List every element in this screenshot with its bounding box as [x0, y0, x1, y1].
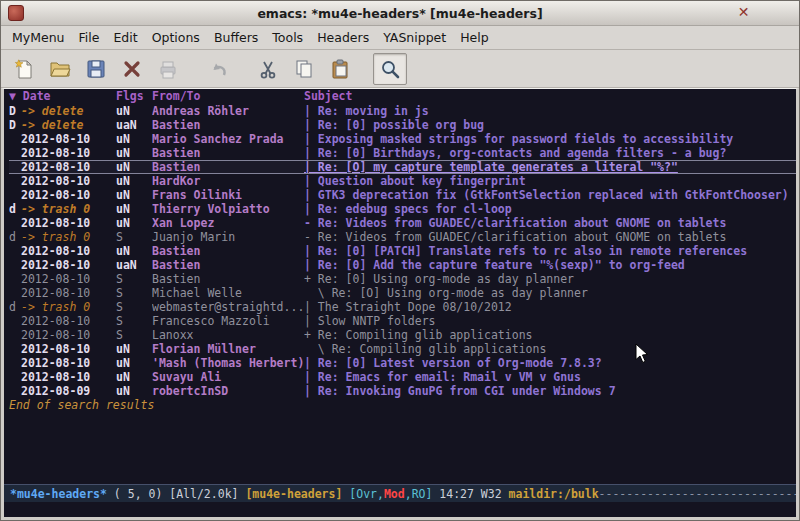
row-subject: \ Re: [O] Using org-mode as day planner: [304, 286, 796, 300]
menu-item-tools[interactable]: Tools: [265, 27, 310, 48]
header-row[interactable]: 2012-08-10uNFlorian Müllner \ Re: Compil…: [9, 342, 796, 356]
modeline-segment: [Ovr,: [349, 487, 384, 501]
close-button[interactable]: ✕: [735, 4, 752, 21]
header-row[interactable]: 2012-08-10uNFrans Oilinki| GTK3 deprecat…: [9, 188, 796, 202]
row-subject: | Re: moving in js: [304, 104, 796, 118]
paste-icon: [329, 58, 351, 80]
row-flags: uN: [116, 146, 152, 160]
row-from: HardKor: [152, 174, 304, 188]
print-button[interactable]: [151, 53, 185, 85]
row-flags: uN: [116, 202, 152, 216]
new-file-button[interactable]: [7, 53, 41, 85]
row-flags: uaN: [116, 258, 152, 272]
row-flags: uN: [116, 161, 152, 173]
row-from: Mario Sanchez Prada: [152, 132, 304, 146]
row-flags: uaN: [116, 118, 152, 132]
menu-item-headers[interactable]: Headers: [310, 27, 376, 48]
header-row[interactable]: 2012-08-10uNXan Lopez- Re: Videos from G…: [9, 216, 796, 230]
print-icon: [157, 58, 179, 80]
row-from: Juanjo Marin: [152, 230, 304, 244]
row-from: Bastien: [152, 118, 304, 132]
modeline-segment: ,RO]: [405, 487, 433, 501]
row-subject: | Re: [O] my capture template generates …: [304, 161, 796, 173]
open-folder-icon: [49, 58, 71, 80]
header-row[interactable]: D-> deleteuaNBastien| Re: [0] possible o…: [9, 118, 796, 132]
row-from: Bastien: [152, 258, 304, 272]
row-mark: [9, 161, 21, 173]
cut-icon: [257, 58, 279, 80]
row-flags: S: [116, 314, 152, 328]
cut-button[interactable]: [251, 53, 285, 85]
tool-bar: [1, 50, 799, 88]
row-date: 2012-08-10: [21, 188, 116, 202]
row-flags: uN: [116, 188, 152, 202]
row-subject: | Re: [0] Latest version of Org-mode 7.8…: [304, 356, 796, 370]
menu-bar: MyMenuFileEditOptionsBuffersToolsHeaders…: [1, 26, 799, 50]
header-row[interactable]: 2012-08-10uNBastien| Re: [O] my capture …: [9, 160, 796, 174]
row-flags: uN: [116, 356, 152, 370]
save-icon: [85, 58, 107, 80]
header-row[interactable]: 2012-08-10uN'Mash (Thomas Herbert)| Re: …: [9, 356, 796, 370]
header-row[interactable]: 2012-08-10uNHardKor| Question about key …: [9, 174, 796, 188]
title-bar[interactable]: emacs: *mu4e-headers* [mu4e-headers] ✕: [1, 1, 799, 26]
header-row[interactable]: 2012-08-10SLanoxx+ Re: Compiling glib ap…: [9, 328, 796, 342]
undo-button[interactable]: [201, 53, 235, 85]
copy-button[interactable]: [287, 53, 321, 85]
header-row[interactable]: 2012-08-10SFrancesco Mazzoli| Slow NNTP …: [9, 314, 796, 328]
row-date: -> delete: [21, 118, 116, 132]
row-from: Michael Welle: [152, 286, 304, 300]
row-mark: d: [9, 300, 21, 314]
mode-line: *mu4e-headers* ( 5, 0) [All/2.0k] [mu4e-…: [4, 484, 796, 502]
emacs-window: emacs: *mu4e-headers* [mu4e-headers] ✕ M…: [0, 0, 800, 521]
row-subject: | Re: [0] possible org bug: [304, 118, 796, 132]
row-from: webmaster@straightd...: [152, 300, 304, 314]
row-flags: uN: [116, 342, 152, 356]
header-row[interactable]: D-> deleteuNAndreas Röhler| Re: moving i…: [9, 104, 796, 118]
search-icon: [379, 58, 401, 80]
header-row[interactable]: 2012-08-10uNBastien| Re: [0] [PATCH] Tra…: [9, 244, 796, 258]
modeline-segment: *mu4e-headers*: [10, 487, 107, 501]
header-row[interactable]: 2012-08-10SMichael Welle \ Re: [O] Using…: [9, 286, 796, 300]
header-row[interactable]: 2012-08-09uNrobertcInSD| Re: Invoking Gn…: [9, 384, 796, 398]
row-flags: S: [116, 300, 152, 314]
menu-item-buffers[interactable]: Buffers: [207, 27, 265, 48]
row-from: Frans Oilinki: [152, 188, 304, 202]
row-mark: [9, 188, 21, 202]
header-row[interactable]: 2012-08-10uNBastien| Re: [0] Birthdays, …: [9, 146, 796, 160]
menu-item-mymenu[interactable]: MyMenu: [5, 27, 72, 48]
row-date: 2012-08-10: [21, 272, 116, 286]
row-flags: uN: [116, 370, 152, 384]
header-row[interactable]: 2012-08-10uNMario Sanchez Prada| Exposin…: [9, 132, 796, 146]
paste-button[interactable]: [323, 53, 357, 85]
header-row[interactable]: d-> trash 0Swebmaster@straightd...| The …: [9, 300, 796, 314]
modeline-segment: ( 5, 0) [All/2.0k]: [107, 487, 245, 501]
echo-area: [4, 502, 796, 517]
copy-icon: [293, 58, 315, 80]
menu-item-help[interactable]: Help: [453, 27, 496, 48]
close-buffer-button[interactable]: [115, 53, 149, 85]
header-row[interactable]: d-> trash 0SJuanjo Marin- Re: Videos fro…: [9, 230, 796, 244]
row-subject: | Re: Invoking GnuPG from CGI under Wind…: [304, 384, 796, 398]
modeline-segment: Mod: [384, 487, 405, 501]
save-button[interactable]: [79, 53, 113, 85]
header-row[interactable]: 2012-08-10uaNBastien| Re: [0] Add the ca…: [9, 258, 796, 272]
column-header-from: From/To: [152, 89, 304, 104]
row-mark: d: [9, 230, 21, 244]
row-subject: - Re: Videos from GUADEC/clarification a…: [304, 230, 796, 244]
row-mark: [9, 286, 21, 300]
header-row[interactable]: 2012-08-10uNSuvayu Ali| Re: Emacs for em…: [9, 370, 796, 384]
menu-item-yasnippet[interactable]: YASnippet: [376, 27, 453, 48]
row-mark: [9, 356, 21, 370]
row-subject: - Re: Videos from GUADEC/clarification a…: [304, 216, 796, 230]
menu-item-options[interactable]: Options: [145, 27, 207, 48]
header-row[interactable]: 2012-08-10SBastien+ Re: [0] Using org-mo…: [9, 272, 796, 286]
header-row[interactable]: d-> trash 0uNThierry Volpiatto| Re: edeb…: [9, 202, 796, 216]
menu-item-edit[interactable]: Edit: [106, 27, 144, 48]
row-subject: + Re: [0] Using org-mode as day planner: [304, 272, 796, 286]
row-mark: [9, 384, 21, 398]
search-button[interactable]: [373, 53, 407, 85]
open-folder-button[interactable]: [43, 53, 77, 85]
column-header-date: ▼ Date: [9, 89, 116, 104]
row-date: 2012-08-10: [21, 356, 116, 370]
menu-item-file[interactable]: File: [72, 27, 107, 48]
